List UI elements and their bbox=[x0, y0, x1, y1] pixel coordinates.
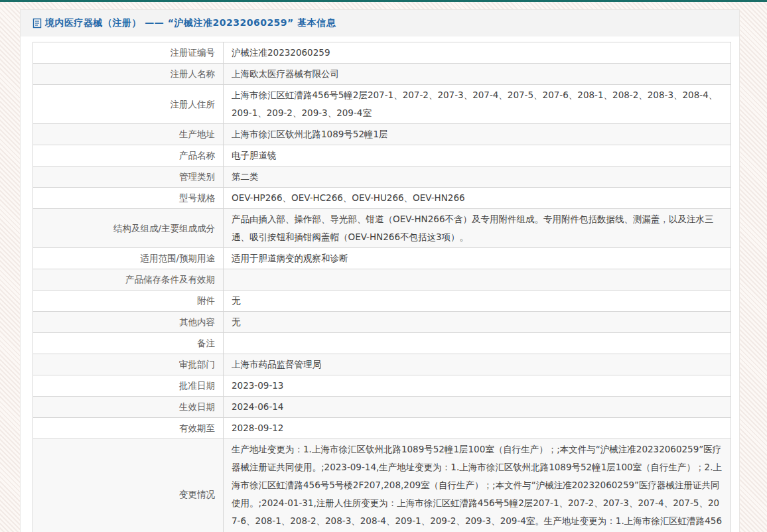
table-row: 批准日期 2023-09-13 bbox=[33, 375, 731, 397]
row-value: 无 bbox=[224, 312, 731, 333]
page-header: 境内医疗器械（注册） —— “沪械注准20232060259” 基本信息 bbox=[21, 10, 739, 36]
document-icon bbox=[33, 18, 42, 29]
row-value: 适用于胆道病变的观察和诊断 bbox=[224, 248, 731, 269]
table-row: 注册证编号 沪械注准20232060259 bbox=[33, 42, 731, 64]
table-row: 型号规格 OEV-HP266、OEV-HC266、OEV-HU266、OEV-H… bbox=[33, 188, 731, 209]
row-label: 有效期至 bbox=[33, 418, 224, 439]
row-label: 适用范围/预期用途 bbox=[33, 248, 224, 269]
row-label: 产品名称 bbox=[33, 145, 224, 166]
row-label: 注册证编号 bbox=[33, 42, 224, 64]
row-value: 2028-09-12 bbox=[224, 418, 731, 439]
table-row: 附件 无 bbox=[33, 291, 731, 312]
row-label: 变更情况 bbox=[33, 439, 224, 532]
table-row: 结构及组成/主要组成成分 产品由插入部、操作部、导光部、钳道（OEV-HN266… bbox=[33, 209, 731, 248]
table-row: 产品名称 电子胆道镜 bbox=[33, 145, 731, 166]
row-label: 其他内容 bbox=[33, 312, 224, 333]
table-row: 审批部门 上海市药品监督管理局 bbox=[33, 354, 731, 375]
row-label: 注册人名称 bbox=[33, 64, 224, 85]
registration-info-table-wrapper: 注册证编号 沪械注准20232060259 注册人名称 上海欧太医疗器械有限公司… bbox=[21, 36, 739, 532]
table-row: 管理类别 第二类 bbox=[33, 166, 731, 188]
row-value: 无 bbox=[224, 291, 731, 312]
row-value bbox=[224, 269, 731, 291]
row-value: 上海市药品监督管理局 bbox=[224, 354, 731, 375]
row-value: 2024-06-14 bbox=[224, 397, 731, 418]
row-value: 第二类 bbox=[224, 166, 731, 188]
row-value: 产品由插入部、操作部、导光部、钳道（OEV-HN266不含）及专用附件组成。专用… bbox=[224, 209, 731, 248]
registration-info-table: 注册证编号 沪械注准20232060259 注册人名称 上海欧太医疗器械有限公司… bbox=[33, 42, 731, 532]
row-value bbox=[224, 333, 731, 354]
row-label: 结构及组成/主要组成成分 bbox=[33, 209, 224, 248]
table-row: 生效日期 2024-06-14 bbox=[33, 397, 731, 418]
row-label: 附件 bbox=[33, 291, 224, 312]
row-value: 沪械注准20232060259 bbox=[224, 42, 731, 64]
row-label: 注册人住所 bbox=[33, 85, 224, 124]
table-row: 备注 bbox=[33, 333, 731, 354]
main-panel: 境内医疗器械（注册） —— “沪械注准20232060259” 基本信息 注册证… bbox=[20, 9, 740, 532]
row-value: 电子胆道镜 bbox=[224, 145, 731, 166]
table-row: 产品储存条件及有效期 bbox=[33, 269, 731, 291]
table-row: 注册人住所 上海市徐汇区虹漕路456号5幢2层207-1、207-2、207-3… bbox=[33, 85, 731, 124]
page-top-accent-line bbox=[0, 0, 767, 2]
row-value: 上海市徐汇区钦州北路1089号52幢1层 bbox=[224, 124, 731, 145]
row-label: 管理类别 bbox=[33, 166, 224, 188]
row-value: 2023-09-13 bbox=[224, 375, 731, 397]
row-label: 审批部门 bbox=[33, 354, 224, 375]
row-label: 批准日期 bbox=[33, 375, 224, 397]
table-row: 生产地址 上海市徐汇区钦州北路1089号52幢1层 bbox=[33, 124, 731, 145]
row-value: 上海市徐汇区虹漕路456号5幢2层207-1、207-2、207-3、207-4… bbox=[224, 85, 731, 124]
row-value: 上海欧太医疗器械有限公司 bbox=[224, 64, 731, 85]
row-label: 生产地址 bbox=[33, 124, 224, 145]
table-row: 适用范围/预期用途 适用于胆道病变的观察和诊断 bbox=[33, 248, 731, 269]
table-row: 其他内容 无 bbox=[33, 312, 731, 333]
row-label: 备注 bbox=[33, 333, 224, 354]
row-value: OEV-HP266、OEV-HC266、OEV-HU266、OEV-HN266 bbox=[224, 188, 731, 209]
table-row: 有效期至 2028-09-12 bbox=[33, 418, 731, 439]
row-value: 生产地址变更为：1.上海市徐汇区钦州北路1089号52幢1层100室（自行生产）… bbox=[224, 439, 731, 532]
table-row: 变更情况 生产地址变更为：1.上海市徐汇区钦州北路1089号52幢1层100室（… bbox=[33, 439, 731, 532]
row-label: 型号规格 bbox=[33, 188, 224, 209]
table-row: 注册人名称 上海欧太医疗器械有限公司 bbox=[33, 64, 731, 85]
page-title: 境内医疗器械（注册） —— “沪械注准20232060259” 基本信息 bbox=[45, 17, 336, 29]
row-label: 生效日期 bbox=[33, 397, 224, 418]
row-label: 产品储存条件及有效期 bbox=[33, 269, 224, 291]
